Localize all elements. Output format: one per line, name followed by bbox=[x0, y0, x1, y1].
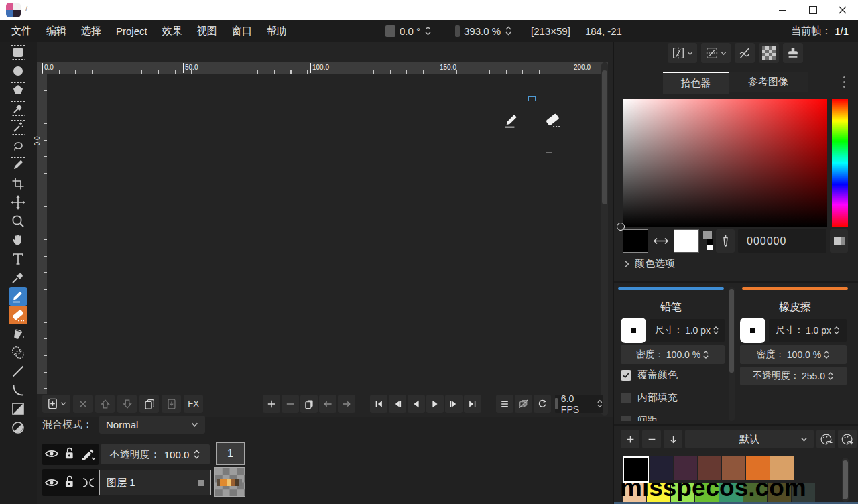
first-frame-button[interactable] bbox=[370, 395, 387, 413]
text-tool[interactable] bbox=[9, 249, 27, 268]
scrollbar-thumb[interactable] bbox=[602, 70, 607, 204]
menu-effects[interactable]: 效果 bbox=[155, 20, 190, 42]
layer-opacity-spinbox[interactable]: 不透明度： 100.0 bbox=[101, 444, 210, 464]
menu-file[interactable]: 文件 bbox=[4, 20, 39, 42]
fill-inside-checkbox[interactable]: 内部填充 bbox=[621, 391, 678, 404]
rectangle-shape-tool[interactable] bbox=[9, 399, 27, 418]
opacity-spinner[interactable] bbox=[827, 370, 834, 382]
size-spinner[interactable] bbox=[833, 324, 840, 337]
spacing-checkbox[interactable]: 间距 bbox=[621, 414, 658, 421]
zoom-tool[interactable] bbox=[9, 212, 27, 231]
panel-menu-button[interactable] bbox=[843, 75, 845, 89]
frame-1-button[interactable]: 1 bbox=[216, 442, 245, 465]
remove-color-button[interactable] bbox=[642, 430, 661, 448]
loop-button[interactable] bbox=[534, 395, 551, 413]
layer-name-field[interactable]: 图层 1 bbox=[99, 470, 211, 495]
paint-select-tool[interactable] bbox=[9, 155, 27, 174]
zoom-spinner[interactable] bbox=[505, 25, 512, 37]
move-tool[interactable] bbox=[9, 193, 27, 212]
move-frame-left-button[interactable] bbox=[319, 395, 336, 413]
onion-skinning-button[interactable] bbox=[515, 395, 532, 413]
tool-panel-scrollbar[interactable] bbox=[729, 287, 735, 421]
layer-fx-button[interactable]: FX bbox=[184, 395, 203, 413]
maximize-button[interactable] bbox=[798, 0, 829, 20]
pixel-grid-button[interactable] bbox=[759, 43, 779, 63]
pencil-tool[interactable] bbox=[9, 287, 27, 306]
move-frame-right-button[interactable] bbox=[338, 395, 355, 413]
move-layer-down-button[interactable] bbox=[117, 395, 137, 413]
pencil-brush-preview[interactable] bbox=[621, 318, 646, 343]
vertical-mirror-button[interactable] bbox=[701, 43, 731, 63]
primary-color-swatch[interactable] bbox=[623, 229, 648, 253]
tab-color-picker[interactable]: 拾色器 bbox=[663, 72, 729, 94]
curve-tool[interactable] bbox=[9, 381, 27, 399]
color-options-expander[interactable]: 颜色选项 bbox=[624, 257, 675, 270]
layer-edit-handle[interactable] bbox=[198, 480, 204, 486]
polygon-select-tool[interactable] bbox=[9, 80, 27, 99]
new-palette-button[interactable] bbox=[838, 430, 857, 448]
fps-spinbox[interactable]: 6.0 FPS bbox=[555, 395, 603, 413]
line-tool[interactable] bbox=[9, 362, 27, 381]
swap-colors-button[interactable] bbox=[652, 237, 670, 245]
menu-view[interactable]: 视图 bbox=[190, 20, 225, 42]
secondary-color-swatch[interactable] bbox=[674, 229, 699, 253]
ellipse-select-tool[interactable] bbox=[9, 62, 27, 80]
menu-select[interactable]: 选择 bbox=[74, 20, 109, 42]
no-symmetry-button[interactable] bbox=[735, 43, 755, 63]
ellipse-shape-tool[interactable] bbox=[9, 418, 27, 437]
horizontal-mirror-button[interactable] bbox=[668, 43, 697, 63]
eraser-size-spinbox[interactable]: 尺寸： 1.0 px bbox=[769, 319, 847, 342]
size-spinner[interactable] bbox=[713, 324, 719, 337]
rotation-value[interactable]: 0.0 ° bbox=[400, 25, 420, 37]
minimize-button[interactable] bbox=[767, 0, 798, 20]
zoom-value[interactable]: 393.0 % bbox=[464, 25, 501, 37]
add-layer-button[interactable] bbox=[42, 395, 70, 413]
shading-tool[interactable] bbox=[9, 343, 27, 362]
canvas-vertical-scrollbar[interactable] bbox=[601, 62, 608, 416]
layer-lock-button[interactable] bbox=[63, 446, 75, 461]
move-layer-up-button[interactable] bbox=[95, 395, 115, 413]
play-backwards-button[interactable] bbox=[408, 395, 425, 413]
next-frame-button[interactable] bbox=[445, 395, 463, 413]
palette-select[interactable]: 默认 bbox=[685, 430, 814, 448]
layer-draw-option-button[interactable] bbox=[80, 448, 96, 461]
layer-visibility-button[interactable] bbox=[44, 448, 59, 460]
menu-window[interactable]: 窗口 bbox=[225, 20, 259, 42]
opacity-spinner[interactable] bbox=[193, 448, 200, 461]
color-mode-button[interactable] bbox=[830, 229, 848, 253]
canvas-area[interactable]: 0.0 50.0 100.0 150.0 200.0 0.0 bbox=[37, 42, 613, 417]
add-color-button[interactable] bbox=[621, 430, 639, 448]
previous-frame-button[interactable] bbox=[389, 395, 406, 413]
zoom-slider-handle[interactable] bbox=[455, 25, 460, 37]
pan-tool[interactable] bbox=[9, 231, 27, 249]
tab-reference-image[interactable]: 参考图像 bbox=[729, 72, 808, 92]
pencil-size-spinbox[interactable]: 尺寸： 1.0 px bbox=[650, 319, 725, 342]
layer-link-cels-button[interactable] bbox=[80, 477, 97, 488]
clone-layer-button[interactable] bbox=[139, 395, 159, 413]
last-frame-button[interactable] bbox=[464, 395, 481, 413]
menu-project[interactable]: Project bbox=[109, 20, 155, 42]
add-frame-button[interactable] bbox=[263, 395, 280, 413]
hue-slider[interactable] bbox=[832, 99, 848, 227]
pencil-density-spinbox[interactable]: 密度： 100.0 % bbox=[621, 345, 725, 364]
crop-tool[interactable] bbox=[9, 174, 27, 193]
overwrite-color-checkbox[interactable]: 覆盖颜色 bbox=[621, 369, 678, 381]
fps-slider-handle[interactable] bbox=[555, 398, 558, 410]
sv-color-box[interactable] bbox=[623, 99, 827, 227]
blend-mode-select[interactable]: Normal bbox=[99, 416, 205, 434]
close-button[interactable] bbox=[827, 0, 858, 20]
scrollbar-thumb[interactable] bbox=[729, 289, 734, 373]
fps-spinner[interactable] bbox=[597, 398, 603, 410]
magic-wand-tool[interactable] bbox=[9, 118, 27, 137]
bucket-tool[interactable] bbox=[9, 324, 27, 343]
cel-thumbnail[interactable] bbox=[214, 467, 245, 497]
merge-down-button[interactable] bbox=[162, 395, 181, 413]
palette-scrollbar[interactable] bbox=[842, 458, 849, 502]
density-spinner[interactable] bbox=[823, 349, 830, 361]
eraser-density-spinbox[interactable]: 密度： 100.0 % bbox=[740, 345, 847, 364]
menu-edit[interactable]: 编辑 bbox=[39, 20, 74, 42]
remove-layer-button[interactable] bbox=[73, 395, 93, 413]
rectangle-select-tool[interactable] bbox=[9, 43, 27, 62]
default-colors-button[interactable] bbox=[703, 231, 715, 252]
scrollbar-thumb[interactable] bbox=[843, 460, 848, 499]
